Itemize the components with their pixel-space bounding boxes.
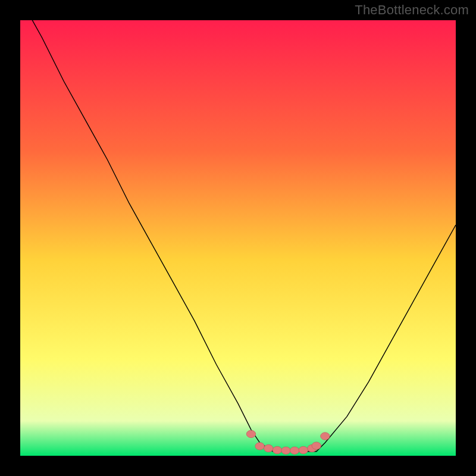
dot (255, 443, 264, 450)
dot (290, 447, 299, 454)
dot (264, 444, 273, 452)
dot (273, 446, 281, 453)
dot (312, 442, 321, 449)
gradient-background (20, 20, 456, 456)
watermark-text: TheBottleneck.com (355, 2, 469, 18)
dot (299, 446, 308, 453)
dot (281, 447, 290, 454)
chart-frame: TheBottleneck.com (0, 0, 476, 476)
dot (321, 433, 330, 440)
bottleneck-plot (20, 20, 456, 456)
dot (246, 430, 255, 437)
